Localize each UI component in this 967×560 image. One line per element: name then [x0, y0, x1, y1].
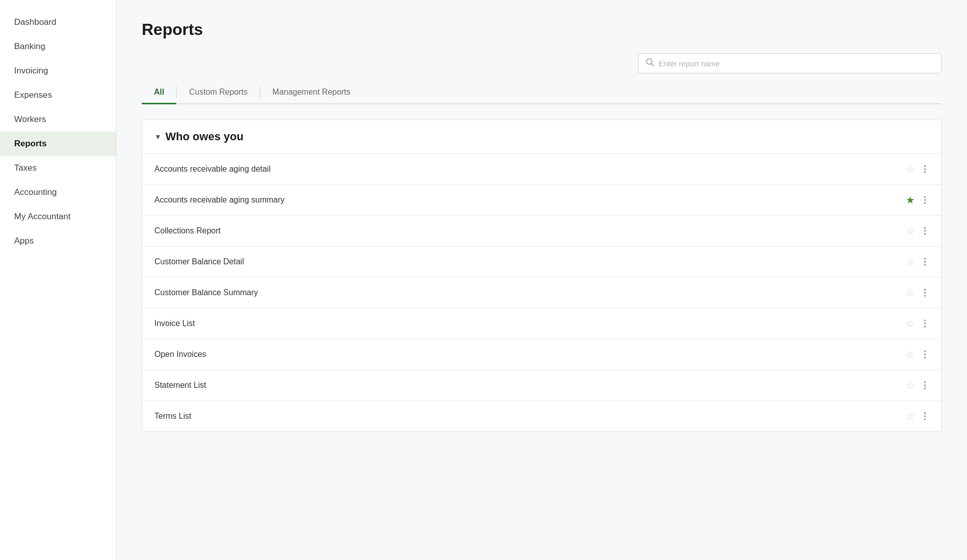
- favorite-button[interactable]: ☆: [904, 162, 917, 176]
- dot: [924, 165, 926, 167]
- dot: [924, 171, 926, 173]
- dot: [924, 261, 926, 263]
- favorite-button[interactable]: ☆: [904, 286, 917, 300]
- search-wrapper: [142, 53, 942, 73]
- list-item[interactable]: Terms List ☆: [142, 401, 941, 431]
- dot: [924, 353, 926, 355]
- dot: [924, 264, 926, 266]
- tab-custom-reports[interactable]: Custom Reports: [177, 82, 260, 104]
- dot: [924, 258, 926, 260]
- report-name: Invoice List: [154, 319, 904, 328]
- sidebar-item-workers[interactable]: Workers: [0, 107, 116, 132]
- dot: [924, 412, 926, 414]
- favorite-button[interactable]: ☆: [904, 409, 917, 423]
- sidebar-item-dashboard[interactable]: Dashboard: [0, 10, 116, 34]
- search-bar: [638, 53, 942, 73]
- favorite-button[interactable]: ☆: [904, 316, 917, 331]
- sidebar-item-banking[interactable]: Banking: [0, 34, 116, 59]
- dot: [924, 233, 926, 235]
- sidebar-item-invoicing[interactable]: Invoicing: [0, 59, 116, 83]
- more-options-button[interactable]: [921, 163, 929, 175]
- dot: [924, 326, 926, 328]
- more-options-button[interactable]: [921, 287, 929, 299]
- sidebar-item-my-accountant[interactable]: My Accountant: [0, 205, 116, 229]
- tab-management-reports[interactable]: Management Reports: [260, 82, 362, 104]
- list-item[interactable]: Accounts receivable aging summary ★: [142, 184, 941, 215]
- favorite-button[interactable]: ★: [904, 193, 917, 207]
- dot: [924, 319, 926, 322]
- tab-all[interactable]: All: [142, 82, 176, 104]
- favorite-button[interactable]: ☆: [904, 378, 917, 392]
- report-name: Customer Balance Detail: [154, 257, 904, 266]
- sidebar-item-taxes[interactable]: Taxes: [0, 156, 116, 180]
- dot: [924, 323, 926, 325]
- list-item[interactable]: Accounts receivable aging detail ☆: [142, 153, 941, 184]
- dot: [924, 227, 926, 229]
- more-options-button[interactable]: [921, 348, 929, 361]
- report-name: Accounts receivable aging summary: [154, 195, 904, 205]
- dot: [924, 387, 926, 389]
- dot: [924, 350, 926, 352]
- favorite-button[interactable]: ☆: [904, 255, 917, 269]
- dot: [924, 415, 926, 417]
- dot: [924, 199, 926, 201]
- section-title: Who owes you: [166, 130, 244, 143]
- dot: [924, 381, 926, 383]
- dot: [924, 384, 926, 386]
- list-item[interactable]: Customer Balance Summary ☆: [142, 277, 941, 308]
- favorite-button[interactable]: ☆: [904, 347, 917, 362]
- dot: [924, 202, 926, 204]
- who-owes-you-section: ▼ Who owes you Accounts receivable aging…: [142, 119, 942, 432]
- more-options-button[interactable]: [921, 194, 929, 206]
- sidebar-item-apps[interactable]: Apps: [0, 229, 116, 253]
- report-name: Open Invoices: [154, 350, 904, 359]
- list-item[interactable]: Open Invoices ☆: [142, 339, 941, 370]
- report-name: Collections Report: [154, 226, 904, 235]
- dot: [924, 196, 926, 198]
- dot: [924, 289, 926, 291]
- page-title: Reports: [142, 20, 942, 39]
- favorite-button[interactable]: ☆: [904, 224, 917, 238]
- more-options-button[interactable]: [921, 410, 929, 422]
- list-item[interactable]: Invoice List ☆: [142, 308, 941, 339]
- more-options-button[interactable]: [921, 379, 929, 391]
- main-content: Reports All Custom Reports Management Re…: [116, 0, 967, 560]
- svg-line-1: [652, 64, 654, 66]
- sidebar-item-accounting[interactable]: Accounting: [0, 180, 116, 205]
- dot: [924, 292, 926, 294]
- dot: [924, 168, 926, 170]
- more-options-button[interactable]: [921, 256, 929, 268]
- tab-bar: All Custom Reports Management Reports: [142, 82, 942, 104]
- search-input[interactable]: [659, 59, 934, 68]
- sidebar-item-reports[interactable]: Reports: [0, 132, 116, 156]
- sidebar: Dashboard Banking Invoicing Expenses Wor…: [0, 0, 116, 560]
- section-header[interactable]: ▼ Who owes you: [142, 120, 941, 153]
- more-options-button[interactable]: [921, 225, 929, 237]
- dot: [924, 230, 926, 232]
- report-name: Customer Balance Summary: [154, 288, 904, 297]
- more-options-button[interactable]: [921, 317, 929, 330]
- dot: [924, 295, 926, 297]
- sidebar-item-expenses[interactable]: Expenses: [0, 83, 116, 107]
- dot: [924, 356, 926, 358]
- report-name: Accounts receivable aging detail: [154, 165, 904, 174]
- list-item[interactable]: Customer Balance Detail ☆: [142, 246, 941, 277]
- report-name: Terms List: [154, 412, 904, 421]
- chevron-down-icon: ▼: [154, 133, 162, 141]
- search-icon: [646, 58, 655, 69]
- list-item[interactable]: Statement List ☆: [142, 370, 941, 401]
- report-name: Statement List: [154, 381, 904, 390]
- list-item[interactable]: Collections Report ☆: [142, 215, 941, 246]
- dot: [924, 418, 926, 420]
